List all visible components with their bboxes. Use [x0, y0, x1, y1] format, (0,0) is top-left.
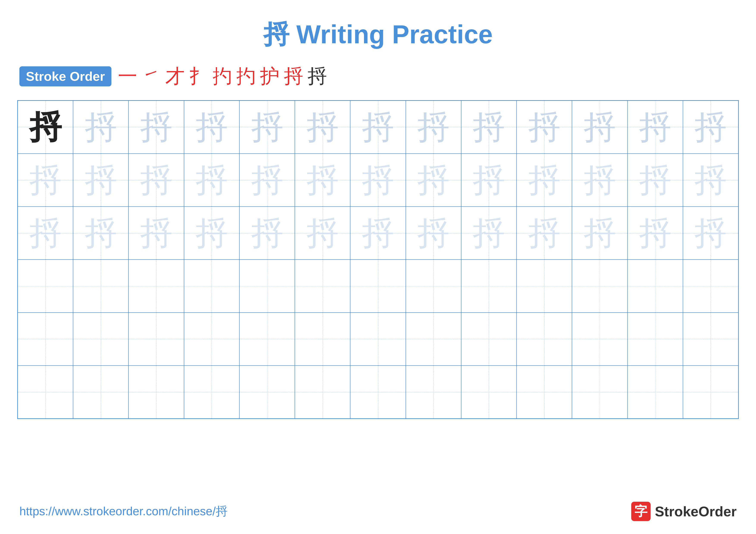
grid-cell[interactable]: [572, 366, 627, 419]
grid-cell[interactable]: 捋: [461, 207, 517, 260]
grid-cell[interactable]: 捋: [683, 101, 738, 154]
grid-cell[interactable]: 捋: [406, 207, 461, 260]
grid-cell[interactable]: [350, 313, 406, 366]
practice-grid: 捋捋捋捋捋捋捋捋捋捋捋捋捋捋捋捋捋捋捋捋捋捋捋捋捋捋捋捋捋捋捋捋捋捋捋捋捋捋捋: [17, 100, 739, 419]
grid-cell[interactable]: [184, 366, 239, 419]
grid-cell[interactable]: 捋: [406, 154, 461, 207]
grid-cell[interactable]: [184, 313, 239, 366]
grid-cell[interactable]: 捋: [18, 154, 73, 207]
grid-cell[interactable]: [350, 366, 406, 419]
grid-cell[interactable]: 捋: [350, 207, 406, 260]
stroke-step-3: 才: [165, 63, 185, 89]
grid-cell[interactable]: [184, 260, 239, 313]
grid-cell[interactable]: 捋: [683, 207, 738, 260]
grid-cell[interactable]: 捋: [295, 207, 350, 260]
footer-url: https://www.strokeorder.com/chinese/捋: [19, 503, 228, 519]
title-text: Writing Practice: [296, 20, 493, 49]
grid-cell[interactable]: 捋: [517, 101, 572, 154]
stroke-steps: 一 ㇀ 才 扌 扚 扚 护 捋 捋: [118, 63, 327, 89]
grid-cell[interactable]: 捋: [128, 101, 184, 154]
grid-cell[interactable]: [128, 260, 184, 313]
grid-cell[interactable]: [628, 260, 683, 313]
grid-cell[interactable]: 捋: [461, 154, 517, 207]
stroke-step-1: 一: [118, 63, 137, 89]
grid-cell[interactable]: 捋: [128, 154, 184, 207]
grid-cell[interactable]: 捋: [350, 101, 406, 154]
footer-logo: 字 StrokeOrder: [631, 502, 737, 521]
grid-cell[interactable]: 捋: [239, 207, 295, 260]
grid-cell[interactable]: [683, 260, 738, 313]
grid-cell[interactable]: 捋: [628, 101, 683, 154]
grid-cell[interactable]: 捋: [517, 154, 572, 207]
grid-cell[interactable]: 捋: [73, 207, 128, 260]
grid-cell[interactable]: [73, 260, 128, 313]
grid-cell[interactable]: 捋: [239, 101, 295, 154]
grid-cell[interactable]: 捋: [184, 154, 239, 207]
stroke-step-9: 捋: [308, 63, 327, 89]
grid-cell[interactable]: 捋: [295, 101, 350, 154]
grid-cell[interactable]: 捋: [628, 207, 683, 260]
title-char: 捋: [263, 20, 289, 49]
grid-cell[interactable]: [295, 313, 350, 366]
grid-cell[interactable]: [517, 313, 572, 366]
grid-cell[interactable]: [18, 366, 73, 419]
grid-cell[interactable]: 捋: [73, 154, 128, 207]
grid-cell[interactable]: [461, 313, 517, 366]
grid-cell[interactable]: [128, 313, 184, 366]
grid-cell[interactable]: 捋: [572, 154, 627, 207]
stroke-step-8: 捋: [284, 63, 303, 89]
grid-cell[interactable]: [572, 260, 627, 313]
grid-cell[interactable]: [572, 313, 627, 366]
stroke-step-7: 护: [260, 63, 280, 89]
grid-cell[interactable]: [128, 366, 184, 419]
grid-cell[interactable]: [73, 313, 128, 366]
grid-cell[interactable]: 捋: [73, 101, 128, 154]
grid-cell[interactable]: 捋: [184, 101, 239, 154]
stroke-step-6: 扚: [236, 63, 256, 89]
grid-cell[interactable]: [628, 313, 683, 366]
grid-cell[interactable]: [628, 366, 683, 419]
stroke-step-2: ㇀: [142, 63, 161, 89]
grid-cell[interactable]: 捋: [350, 154, 406, 207]
grid-cell[interactable]: [295, 366, 350, 419]
grid-cell[interactable]: [461, 260, 517, 313]
grid-cell[interactable]: [406, 260, 461, 313]
grid-cell[interactable]: 捋: [683, 154, 738, 207]
stroke-step-4: 扌: [189, 63, 208, 89]
grid-cell[interactable]: [683, 313, 738, 366]
grid-cell[interactable]: 捋: [628, 154, 683, 207]
grid-cell[interactable]: 捋: [572, 207, 627, 260]
grid-cell[interactable]: 捋: [18, 101, 73, 154]
grid-cell[interactable]: 捋: [572, 101, 627, 154]
grid-cell[interactable]: [295, 260, 350, 313]
grid-cell[interactable]: [350, 260, 406, 313]
grid-cell[interactable]: 捋: [295, 154, 350, 207]
grid-cell[interactable]: [239, 260, 295, 313]
grid-cell[interactable]: 捋: [461, 101, 517, 154]
grid-cell[interactable]: 捋: [517, 207, 572, 260]
logo-text: StrokeOrder: [655, 503, 737, 520]
grid-cell[interactable]: [239, 313, 295, 366]
logo-icon: 字: [631, 502, 651, 521]
stroke-order-row: Stroke Order 一 ㇀ 才 扌 扚 扚 护 捋 捋: [0, 52, 756, 96]
grid-cell[interactable]: [517, 260, 572, 313]
grid-cell[interactable]: 捋: [184, 207, 239, 260]
stroke-order-badge: Stroke Order: [19, 66, 111, 87]
grid-cell[interactable]: [461, 366, 517, 419]
footer: https://www.strokeorder.com/chinese/捋 字 …: [0, 502, 756, 521]
grid-cell[interactable]: [517, 366, 572, 419]
grid-cell[interactable]: [683, 366, 738, 419]
stroke-step-5: 扚: [213, 63, 232, 89]
grid-cell[interactable]: 捋: [406, 101, 461, 154]
grid-cell[interactable]: 捋: [128, 207, 184, 260]
grid-cell[interactable]: [239, 366, 295, 419]
page-title: 捋 Writing Practice: [0, 0, 756, 52]
grid-cell[interactable]: [406, 313, 461, 366]
grid-cell[interactable]: [18, 260, 73, 313]
grid-cell[interactable]: [18, 313, 73, 366]
grid-cell[interactable]: 捋: [18, 207, 73, 260]
grid-cell[interactable]: [406, 366, 461, 419]
grid-cell[interactable]: 捋: [239, 154, 295, 207]
grid-cell[interactable]: [73, 366, 128, 419]
